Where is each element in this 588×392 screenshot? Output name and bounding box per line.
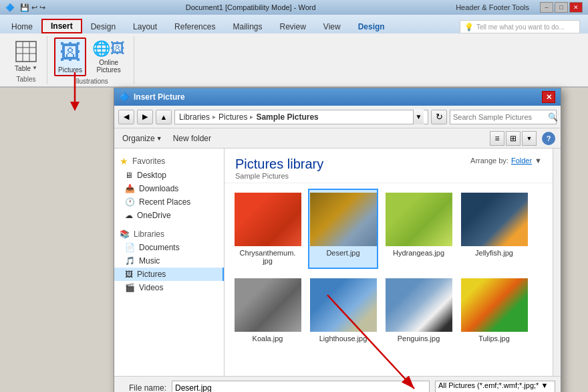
image-item-koala[interactable]: Koala.jpg (233, 274, 303, 347)
arrange-by-label: Arrange by: (470, 157, 508, 165)
dialog-scrollbar[interactable] (553, 149, 561, 376)
recent-places-icon: 🕐 (125, 197, 135, 207)
library-title: Pictures library (235, 157, 323, 172)
online-pictures-icon: 🌐🖼 (92, 40, 125, 58)
tab-view[interactable]: View (315, 19, 349, 33)
minimize-button[interactable]: – (540, 2, 553, 13)
arrange-by-arrow: ▼ (535, 157, 542, 165)
back-button[interactable]: ◀ (118, 110, 134, 124)
search-icon: 🔍 (548, 112, 558, 122)
nav-item-downloads[interactable]: 📥 Downloads (114, 182, 224, 195)
tab-review[interactable]: Review (271, 19, 314, 33)
recent-places-label: Recent Places (139, 197, 190, 207)
title-bar-right-area: Header & Footer Tools – □ ✕ (456, 2, 583, 13)
onedrive-label: OneDrive (137, 211, 171, 220)
new-folder-button[interactable]: New folder (170, 132, 214, 144)
desktop-label: Desktop (137, 171, 166, 180)
nav-item-libraries[interactable]: 📚 Libraries (114, 227, 224, 241)
quick-access-toolbar: 💾 ↩ ↪ (20, 3, 45, 12)
jellyfish-label: Jellyfish.jpg (475, 249, 513, 257)
refresh-button[interactable]: ↻ (431, 110, 447, 124)
word-document-area: 🔷 Insert Picture ✕ ◀ ▶ ▲ Libraries ▸ Pic… (0, 88, 588, 392)
tab-references[interactable]: References (166, 19, 224, 33)
tell-me-box[interactable]: 💡 Tell me what you want to do... (460, 20, 580, 33)
online-pictures-button[interactable]: 🌐🖼 OnlinePictures (89, 38, 128, 76)
details-view-button[interactable]: ⊞ (506, 131, 521, 146)
image-grid: Chrysanthemum.jpg Desert.jpg Hydrangeas.… (225, 183, 553, 376)
table-button[interactable]: Table ▼ (11, 37, 41, 74)
maximize-button[interactable]: □ (555, 2, 568, 13)
pictures-icon: 🖼 (59, 40, 81, 65)
table-dropdown-arrow: ▼ (32, 65, 37, 71)
nav-item-music[interactable]: 🎵 Music (114, 254, 224, 268)
library-info: Pictures library Sample Pictures (235, 157, 323, 180)
nav-item-favorites[interactable]: ★ Favorites (114, 154, 224, 169)
dialog-close-button[interactable]: ✕ (542, 91, 555, 103)
nav-item-desktop[interactable]: 🖥 Desktop (114, 169, 224, 182)
word-logo: 🔷 (5, 3, 15, 12)
desktop-icon: 🖥 (125, 171, 133, 180)
ribbon-group-tables: Table ▼ Tables (5, 36, 47, 84)
tab-design2[interactable]: Design (349, 19, 394, 33)
chrysanthemum-label: Chrysanthemum.jpg (240, 249, 296, 265)
image-item-penguins[interactable]: Penguins.jpg (384, 274, 454, 347)
penguins-thumbnail (386, 278, 452, 332)
tab-mailings[interactable]: Mailings (224, 19, 271, 33)
close-button[interactable]: ✕ (569, 2, 583, 13)
search-input[interactable] (453, 113, 545, 121)
insert-picture-dialog: 🔷 Insert Picture ✕ ◀ ▶ ▲ Libraries ▸ Pic… (114, 88, 561, 392)
filename-input[interactable] (172, 381, 430, 392)
content-header: Pictures library Sample Pictures Arrange… (225, 149, 553, 183)
table-icon (14, 39, 38, 64)
documents-label: Documents (139, 243, 180, 252)
tab-insert[interactable]: Insert (41, 19, 82, 33)
tulips-thumbnail (461, 278, 528, 332)
organize-button[interactable]: Organize ▼ (120, 132, 165, 144)
online-pictures-label: OnlinePictures (97, 59, 121, 74)
chrysanthemum-thumbnail (235, 193, 301, 246)
image-item-tulips[interactable]: Tulips.jpg (459, 274, 529, 347)
help-button[interactable]: ? (542, 132, 555, 145)
up-button[interactable]: ▲ (156, 110, 172, 124)
nav-item-pictures[interactable]: 🖼 Pictures (114, 268, 224, 281)
downloads-label: Downloads (139, 184, 178, 193)
title-bar: 🔷 💾 ↩ ↪ Document1 [Compatibility Mode] -… (0, 0, 588, 15)
dialog-word-icon: 🔷 (120, 92, 130, 102)
nav-item-videos[interactable]: 🎬 Videos (114, 281, 224, 294)
koala-thumbnail (235, 278, 301, 332)
window-controls[interactable]: – □ ✕ (540, 2, 583, 13)
forward-button[interactable]: ▶ (137, 110, 153, 124)
music-label: Music (139, 256, 160, 266)
path-sep-1: ▸ (212, 113, 216, 120)
dialog-title-text: Insert Picture (134, 92, 185, 102)
koala-label: Koala.jpg (253, 334, 283, 342)
filetype-select[interactable]: All Pictures (*.emf;*.wmf;*.jpg;* ▼ (435, 381, 555, 392)
image-item-lighthouse[interactable]: Lighthouse.jpg (308, 274, 378, 347)
tables-items: Table ▼ (11, 37, 41, 74)
view-buttons: ≡ ⊞ ▼ (490, 131, 537, 146)
nav-item-recent-places[interactable]: 🕐 Recent Places (114, 195, 224, 209)
nav-item-documents[interactable]: 📄 Documents (114, 241, 224, 254)
downloads-icon: 📥 (125, 184, 135, 193)
videos-icon: 🎬 (125, 283, 135, 292)
arrange-by-value[interactable]: Folder (511, 157, 532, 165)
image-item-desert[interactable]: Desert.jpg (308, 189, 378, 269)
address-bar[interactable]: Libraries ▸ Pictures ▸ Sample Pictures ▼ (174, 110, 428, 124)
nav-item-onedrive[interactable]: ☁ OneDrive (114, 209, 224, 222)
image-item-chrysanthemum[interactable]: Chrysanthemum.jpg (233, 189, 303, 269)
tab-design[interactable]: Design (82, 19, 124, 33)
pictures-button[interactable]: 🖼 Pictures (54, 37, 86, 76)
path-part-1: Libraries (179, 112, 210, 122)
image-item-hydrangeas[interactable]: Hydrangeas.jpg (384, 189, 454, 269)
view-dropdown[interactable]: ▼ (522, 131, 537, 146)
music-icon: 🎵 (125, 256, 135, 266)
hydrangeas-label: Hydrangeas.jpg (393, 249, 444, 257)
tab-layout[interactable]: Layout (124, 19, 166, 33)
ribbon-group-illustrations: 🖼 Pictures 🌐🖼 OnlinePictures Illustratio… (49, 36, 134, 84)
image-item-jellyfish[interactable]: Jellyfish.jpg (459, 189, 529, 269)
tab-home[interactable]: Home (3, 19, 41, 33)
list-view-button[interactable]: ≡ (490, 131, 504, 146)
address-dropdown[interactable]: ▼ (413, 110, 424, 124)
illustrations-group-label: Illustrations (74, 78, 108, 85)
ribbon: Home Insert Design Layout References Mai… (0, 15, 588, 88)
